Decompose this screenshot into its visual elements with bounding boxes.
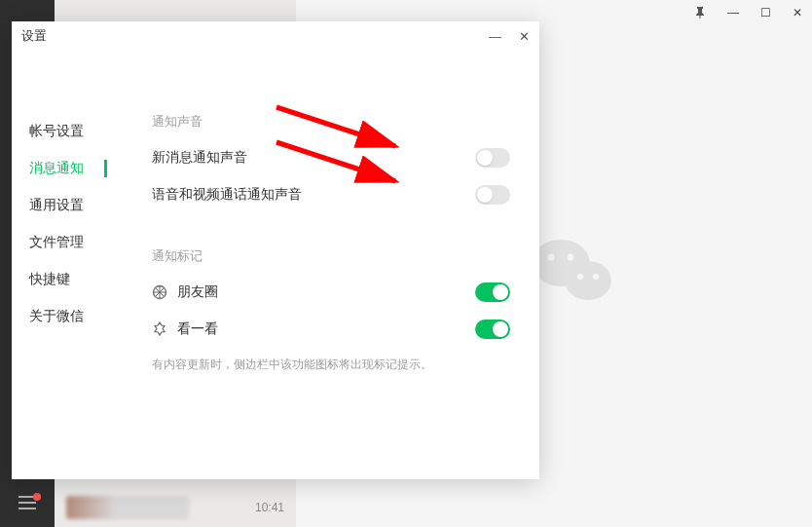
nav-file-manage[interactable]: 文件管理	[12, 224, 113, 261]
close-icon[interactable]: ✕	[793, 6, 802, 19]
dialog-close-icon[interactable]: ✕	[519, 29, 530, 44]
window-controls: — ☐ ✕	[694, 6, 802, 19]
menu-icon[interactable]	[18, 496, 36, 509]
dialog-minimize-icon[interactable]: —	[489, 29, 501, 44]
row-call-sound: 语音和视频通话通知声音	[152, 185, 510, 205]
moments-icon	[152, 284, 167, 300]
maximize-icon[interactable]: ☐	[760, 6, 771, 19]
settings-dialog: 设置 — ✕ 帐号设置 消息通知 通用设置 文件管理 快捷键 关于微信 通知声音…	[12, 21, 539, 479]
row-moments: 朋友圈	[152, 282, 510, 302]
toggle-moments[interactable]	[475, 282, 510, 302]
toggle-top-stories[interactable]	[475, 320, 510, 339]
row-label: 语音和视频通话通知声音	[152, 186, 302, 204]
chat-avatar-blurred	[66, 496, 189, 519]
row-label: 看一看	[177, 320, 218, 338]
svg-point-2	[548, 254, 555, 261]
dialog-header: 设置 — ✕	[12, 21, 539, 51]
dialog-controls: — ✕	[489, 29, 530, 44]
svg-point-4	[577, 274, 583, 280]
row-new-message-sound: 新消息通知声音	[152, 148, 510, 168]
nav-message-notify[interactable]: 消息通知	[12, 150, 113, 187]
nav-about[interactable]: 关于微信	[12, 298, 113, 335]
chat-item[interactable]: 10:41	[55, 488, 296, 527]
row-label: 朋友圈	[177, 283, 218, 301]
nav-account-settings[interactable]: 帐号设置	[12, 113, 113, 150]
row-label: 新消息通知声音	[152, 149, 247, 167]
svg-point-5	[593, 274, 599, 280]
top-stories-icon	[152, 321, 167, 337]
section-badge-title: 通知标记	[152, 247, 510, 265]
toggle-new-message-sound[interactable]	[475, 148, 510, 168]
settings-panel: 通知声音 新消息通知声音 语音和视频通话通知声音 通知标记 朋友圈	[113, 51, 539, 479]
nav-shortcuts[interactable]: 快捷键	[12, 261, 113, 298]
wechat-logo	[530, 234, 617, 312]
svg-point-1	[565, 261, 611, 300]
notification-dot	[33, 493, 41, 501]
minimize-icon[interactable]: —	[727, 6, 739, 19]
toggle-call-sound[interactable]	[475, 185, 510, 205]
row-top-stories: 看一看	[152, 320, 510, 339]
settings-nav: 帐号设置 消息通知 通用设置 文件管理 快捷键 关于微信	[12, 51, 113, 479]
dialog-body: 帐号设置 消息通知 通用设置 文件管理 快捷键 关于微信 通知声音 新消息通知声…	[12, 51, 539, 479]
dialog-title: 设置	[21, 27, 489, 45]
section-sound-title: 通知声音	[152, 113, 510, 131]
svg-point-3	[568, 254, 574, 261]
pin-icon[interactable]	[694, 7, 706, 19]
hint-text: 有内容更新时，侧边栏中该功能图标将出现标记提示。	[152, 357, 510, 373]
chat-time: 10:41	[255, 501, 284, 514]
nav-general-settings[interactable]: 通用设置	[12, 187, 113, 224]
